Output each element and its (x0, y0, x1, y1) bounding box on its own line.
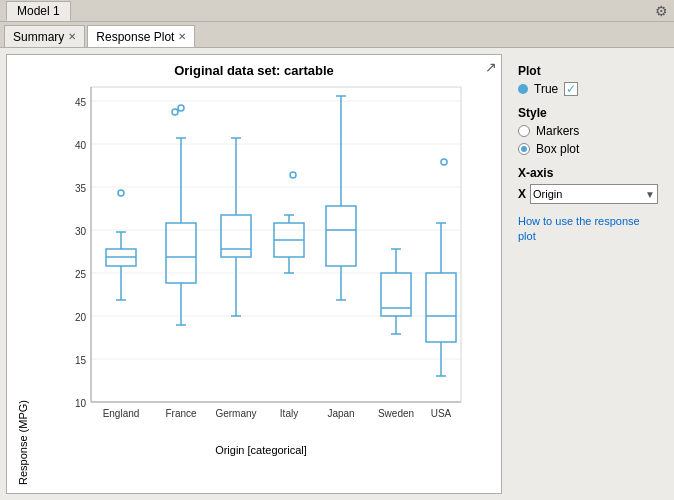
svg-text:35: 35 (75, 183, 87, 194)
chart-title: Original data set: cartable (174, 63, 334, 78)
svg-text:20: 20 (75, 312, 87, 323)
svg-text:30: 30 (75, 226, 87, 237)
help-link[interactable]: How to use the response plot (518, 214, 658, 245)
xaxis-x-label: X (518, 187, 526, 201)
svg-text:10: 10 (75, 398, 87, 409)
tab-summary-label: Summary (13, 30, 64, 44)
chart-svg-container: 10 15 20 25 30 35 40 (31, 82, 491, 485)
plot-row: True ✓ (518, 82, 658, 96)
svg-text:Germany: Germany (215, 408, 256, 419)
boxplot-radio-inner (521, 146, 527, 152)
origin-select-value: Origin (533, 188, 562, 200)
svg-text:England: England (103, 408, 140, 419)
xaxis-row: X Origin ▼ (518, 184, 658, 204)
chart-svg: 10 15 20 25 30 35 40 (31, 82, 491, 442)
plot-section-title: Plot (518, 64, 658, 78)
plot-section: Plot True ✓ (518, 64, 658, 96)
xaxis-section-title: X-axis (518, 166, 658, 180)
x-axis-label: Origin [categorical] (31, 444, 491, 456)
tab-response-plot[interactable]: Response Plot ✕ (87, 25, 195, 47)
svg-text:Japan: Japan (327, 408, 354, 419)
main-window: Model 1 ⚙ Summary ✕ Response Plot ✕ Orig… (0, 0, 674, 500)
svg-rect-0 (91, 87, 461, 402)
select-arrow-icon: ▼ (645, 189, 655, 200)
svg-text:45: 45 (75, 97, 87, 108)
title-bar: Model 1 ⚙ (0, 0, 674, 22)
y-axis-label: Response (MPG) (17, 82, 29, 485)
model-tab[interactable]: Model 1 (6, 1, 71, 21)
markers-radio-row[interactable]: Markers (518, 124, 658, 138)
content-tabs: Summary ✕ Response Plot ✕ (0, 22, 674, 48)
tab-summary-close[interactable]: ✕ (68, 31, 76, 42)
tab-response-plot-label: Response Plot (96, 30, 174, 44)
markers-label: Markers (536, 124, 579, 138)
style-section-title: Style (518, 106, 658, 120)
svg-text:40: 40 (75, 140, 87, 151)
tab-summary[interactable]: Summary ✕ (4, 25, 85, 47)
xaxis-section: X-axis X Origin ▼ (518, 166, 658, 204)
origin-select[interactable]: Origin ▼ (530, 184, 658, 204)
restore-icon[interactable]: ↗ (485, 59, 497, 75)
svg-text:France: France (165, 408, 197, 419)
svg-text:Sweden: Sweden (378, 408, 414, 419)
boxplot-label: Box plot (536, 142, 579, 156)
checkbox-check-icon: ✓ (566, 83, 576, 95)
chart-inner: Response (MPG) 10 15 20 (17, 82, 491, 485)
boxplot-radio-row[interactable]: Box plot (518, 142, 658, 156)
markers-radio[interactable] (518, 125, 530, 137)
boxplot-radio[interactable] (518, 143, 530, 155)
style-radio-group: Markers Box plot (518, 124, 658, 156)
main-area: Original data set: cartable ↗ Response (… (0, 48, 674, 500)
tab-response-plot-close[interactable]: ✕ (178, 31, 186, 42)
svg-text:Italy: Italy (280, 408, 298, 419)
svg-text:25: 25 (75, 269, 87, 280)
style-section: Style Markers Box plot (518, 106, 658, 156)
svg-text:15: 15 (75, 355, 87, 366)
plot-true-label: True (534, 82, 558, 96)
gear-icon[interactable]: ⚙ (655, 3, 668, 19)
svg-text:USA: USA (431, 408, 452, 419)
plot-checkbox[interactable]: ✓ (564, 82, 578, 96)
right-panel: Plot True ✓ Style Markers (508, 54, 668, 494)
chart-area: Original data set: cartable ↗ Response (… (6, 54, 502, 494)
plot-dot-indicator (518, 84, 528, 94)
